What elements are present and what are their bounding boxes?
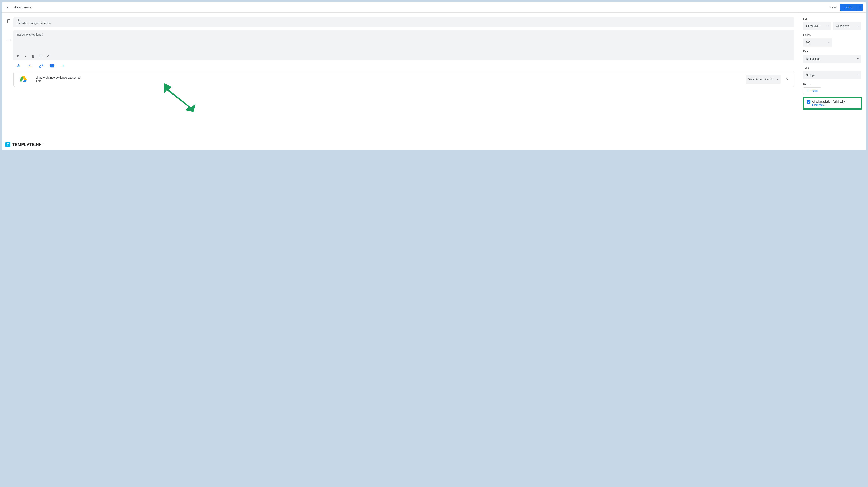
svg-rect-10 <box>40 56 42 56</box>
watermark-icon: T <box>5 142 10 147</box>
svg-rect-4 <box>7 39 10 39</box>
drive-attach-button[interactable] <box>17 64 21 68</box>
create-attach-button[interactable] <box>61 64 65 68</box>
instructions-field: Instructions (optional) B I U <box>13 30 794 60</box>
title-label: Title <box>17 19 791 21</box>
topic-label: Topic <box>803 66 861 69</box>
watermark: T TEMPLATE.NET <box>5 142 44 147</box>
chevron-down-icon <box>857 75 859 76</box>
chevron-down-icon <box>777 79 778 80</box>
students-select[interactable]: All students <box>833 22 861 30</box>
upload-attach-button[interactable] <box>28 64 32 68</box>
chevron-down-icon <box>827 26 829 27</box>
svg-point-11 <box>39 57 40 57</box>
learn-more-link[interactable]: Learn more <box>812 104 846 106</box>
underline-button[interactable]: U <box>31 54 35 58</box>
assign-button[interactable]: Assign <box>840 4 857 11</box>
attachment-info: climate-change-evidence-causes.pdf PDF <box>33 76 746 83</box>
due-label: Due <box>803 50 861 53</box>
points-value: 100 <box>806 41 810 44</box>
main-panel: Title Instructions (optional) B I U <box>2 13 799 150</box>
saved-status: Saved <box>830 6 837 9</box>
watermark-suffix: .NET <box>35 142 44 147</box>
points-select[interactable]: 100 <box>803 38 832 47</box>
due-value: No due date <box>806 57 820 60</box>
instructions-input[interactable]: Instructions (optional) <box>13 30 794 52</box>
plus-icon <box>806 89 809 92</box>
rubric-label: Rubric <box>803 83 861 86</box>
clear-formatting-button[interactable] <box>46 54 50 58</box>
svg-rect-5 <box>7 40 10 40</box>
assignment-window: Assignment Saved Assign Title <box>2 2 866 150</box>
page-title: Assignment <box>14 5 830 9</box>
attachment-permission-select[interactable]: Students can view file <box>746 75 781 84</box>
check-icon <box>808 101 810 103</box>
watermark-brand: TEMPLATE <box>12 142 35 147</box>
body-layout: Title Instructions (optional) B I U <box>2 13 866 150</box>
chevron-down-icon <box>857 26 859 27</box>
bold-button[interactable]: B <box>17 54 20 58</box>
topic-select[interactable]: No topic <box>803 71 861 79</box>
for-label: For <box>803 17 861 20</box>
plagiarism-label: Check plagiarism (originality) <box>812 100 846 103</box>
italic-button[interactable]: I <box>24 54 28 58</box>
chevron-down-icon <box>859 7 861 8</box>
plagiarism-checkbox[interactable] <box>807 100 810 104</box>
attachment-filetype: PDF <box>36 80 743 83</box>
attachment-card: climate-change-evidence-causes.pdf PDF S… <box>13 72 794 87</box>
class-select[interactable]: 4-Emerald 3 <box>803 22 831 30</box>
title-field[interactable]: Title <box>13 17 794 27</box>
svg-rect-12 <box>40 57 42 57</box>
class-value: 4-Emerald 3 <box>806 25 820 28</box>
header-bar: Assignment Saved Assign <box>2 2 866 13</box>
points-label: Points <box>803 33 861 36</box>
format-toolbar: B I U <box>13 52 794 60</box>
close-icon[interactable] <box>5 5 10 10</box>
rubric-button-label: Rubric <box>810 89 818 92</box>
assign-button-group: Assign <box>840 4 863 11</box>
title-input[interactable] <box>17 22 791 25</box>
svg-rect-6 <box>7 41 9 41</box>
students-value: All students <box>836 25 849 28</box>
drive-file-icon <box>13 72 33 87</box>
attach-toolbar <box>13 60 794 72</box>
chevron-down-icon <box>857 58 859 59</box>
chevron-down-icon <box>828 42 830 43</box>
link-attach-button[interactable] <box>39 64 43 68</box>
watermark-text: TEMPLATE.NET <box>12 142 44 147</box>
plagiarism-highlight-box: Check plagiarism (originality) Learn mor… <box>803 97 862 110</box>
text-icon <box>7 38 11 42</box>
clipboard-icon <box>7 19 11 23</box>
svg-point-9 <box>39 56 40 56</box>
content-column: Title Instructions (optional) B I U <box>13 17 794 146</box>
sidebar-panel: For 4-Emerald 3 All students Points 100 … <box>799 13 866 150</box>
attachment-filename: climate-change-evidence-causes.pdf <box>36 76 743 79</box>
gutter <box>4 17 13 146</box>
bullet-list-button[interactable] <box>39 54 42 58</box>
due-date-select[interactable]: No due date <box>803 55 861 63</box>
remove-attachment-button[interactable] <box>783 78 792 81</box>
topic-value: No topic <box>806 74 815 77</box>
youtube-attach-button[interactable] <box>50 64 54 68</box>
attachment-permission-label: Students can view file <box>748 78 773 81</box>
assign-dropdown-button[interactable] <box>857 4 863 11</box>
add-rubric-button[interactable]: Rubric <box>803 87 821 94</box>
svg-point-7 <box>39 55 40 55</box>
svg-rect-13 <box>28 67 31 67</box>
svg-rect-8 <box>40 55 42 55</box>
